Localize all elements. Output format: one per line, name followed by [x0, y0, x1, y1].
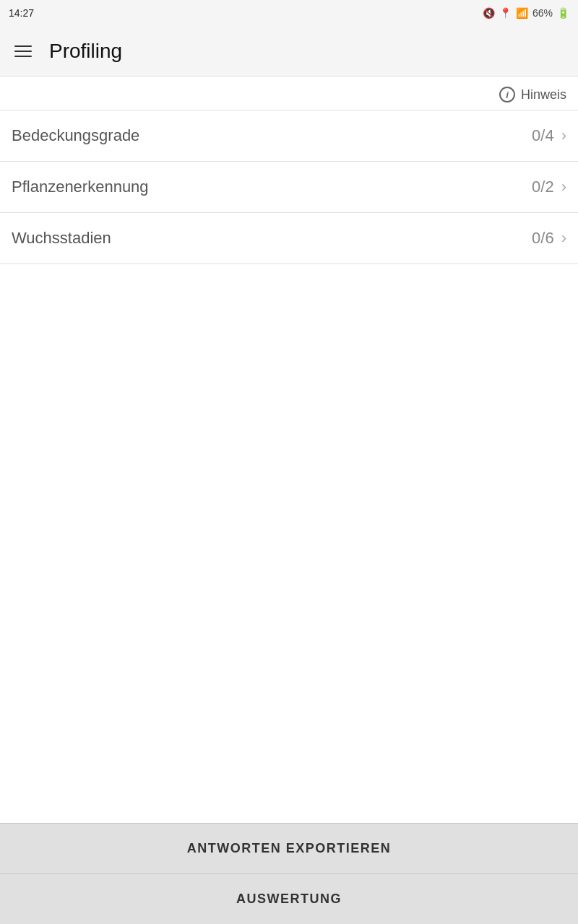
list-item-right: 0/4 ›	[532, 126, 566, 145]
chevron-right-icon: ›	[561, 128, 566, 144]
hamburger-menu-button[interactable]	[12, 43, 35, 60]
battery-icon: 🔋	[557, 7, 569, 19]
hinweis-label: Hinweis	[521, 87, 566, 103]
chevron-right-icon: ›	[561, 230, 566, 246]
list-item-right: 0/6 ›	[532, 229, 566, 248]
list-item-label: Wuchsstadien	[12, 229, 111, 248]
list-item-count: 0/4	[532, 126, 554, 145]
main-content: i Hinweis Bedeckungsgrade 0/4 › Pflanzen…	[0, 77, 578, 924]
list-item-label: Pflanzenerkennung	[12, 178, 149, 196]
battery-text: 66%	[532, 7, 553, 19]
app-bar: Profiling	[0, 26, 578, 77]
info-icon: i	[499, 87, 515, 103]
bottom-buttons: ANTWORTEN EXPORTIEREN AUSWERTUNG	[0, 823, 578, 924]
list-item-wuchsstadien[interactable]: Wuchsstadien 0/6 ›	[0, 213, 578, 264]
chevron-right-icon: ›	[561, 179, 566, 195]
status-time: 14:27	[9, 7, 34, 19]
location-icon: 📍	[499, 7, 512, 19]
export-button[interactable]: ANTWORTEN EXPORTIEREN	[0, 823, 578, 873]
list-item-count: 0/2	[532, 178, 554, 196]
list: Bedeckungsgrade 0/4 › Pflanzenerkennung …	[0, 110, 578, 264]
mute-icon: 🔇	[483, 7, 495, 19]
page-title: Profiling	[49, 40, 122, 63]
signal-icon: 📶	[516, 7, 528, 19]
status-icons: 🔇 📍 📶 66% 🔋	[483, 7, 569, 19]
list-item-label: Bedeckungsgrade	[12, 126, 139, 145]
list-item-right: 0/2 ›	[532, 178, 566, 196]
list-item-bedeckungsgrade[interactable]: Bedeckungsgrade 0/4 ›	[0, 110, 578, 162]
list-item-pflanzenerkennung[interactable]: Pflanzenerkennung 0/2 ›	[0, 162, 578, 213]
auswertung-button[interactable]: AUSWERTUNG	[0, 873, 578, 924]
status-bar: 14:27 🔇 📍 📶 66% 🔋	[0, 0, 578, 26]
list-item-count: 0/6	[532, 229, 554, 248]
hinweis-row[interactable]: i Hinweis	[0, 77, 578, 110]
spacer	[0, 264, 578, 823]
